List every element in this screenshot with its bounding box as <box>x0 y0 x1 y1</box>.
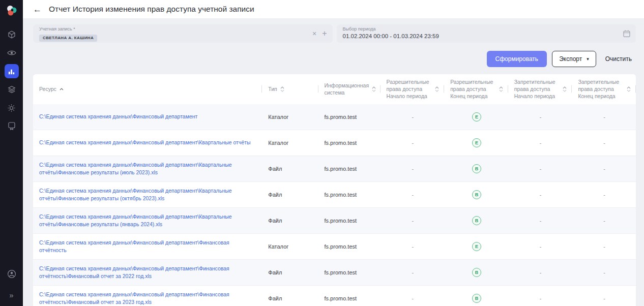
permission-cell: - <box>572 130 636 156</box>
table-header-row: РесурсТипИнформационная системаРазрешите… <box>33 74 636 104</box>
account-chip: СВЕТЛАНА А. КАШИНА <box>39 35 97 42</box>
column-header-6[interactable]: Запретительные права доступаНачало перио… <box>508 74 572 104</box>
column-header-label: Тип <box>268 85 277 93</box>
system-cell: fs.promo.test <box>318 260 380 286</box>
clear-account-icon[interactable]: × <box>312 30 316 37</box>
period-field[interactable]: Выбор периода 01.02.2024 00:00 - 01.03.2… <box>337 24 636 43</box>
export-button[interactable]: Экспорт ▾ <box>552 51 596 67</box>
permission-cell: - <box>508 260 572 286</box>
permission-cell: - <box>380 208 445 234</box>
resource-cell: C:\Единая система хранения данных\Финанс… <box>33 130 262 156</box>
column-header-3[interactable]: Информационная система <box>318 74 380 104</box>
resource-link[interactable]: C:\Единая система хранения данных\Финанс… <box>39 265 229 279</box>
table-row: C:\Единая система хранения данных\Финанс… <box>33 260 636 286</box>
export-button-label: Экспорт <box>559 55 582 63</box>
sidebar-item-layers[interactable] <box>5 82 19 97</box>
system-cell: fs.promo.test <box>318 104 380 130</box>
resource-link[interactable]: C:\Единая система хранения данных\Финанс… <box>39 139 251 145</box>
permission-badge: Е <box>472 242 481 251</box>
filters-row: Учетная запись * СВЕТЛАНА А. КАШИНА × + … <box>23 18 644 43</box>
column-header-1[interactable]: Ресурс <box>33 74 262 104</box>
account-field[interactable]: Учетная запись * СВЕТЛАНА А. КАШИНА × + <box>33 24 333 43</box>
permission-cell: - <box>572 260 636 286</box>
column-header-label: Разрешительные права доступаНачало перио… <box>387 78 432 100</box>
permission-cell: - <box>508 104 572 130</box>
permission-cell: - <box>508 182 572 208</box>
resource-link[interactable]: C:\Единая система хранения данных\Финанс… <box>39 291 229 305</box>
topbar: ← Отчет История изменения прав доступа у… <box>23 0 644 18</box>
sort-toggle-icon <box>499 86 503 92</box>
resource-cell: C:\Единая система хранения данных\Финанс… <box>33 286 262 306</box>
column-header-7[interactable]: Запретительные права доступаКонец период… <box>572 74 636 104</box>
permission-badge: В <box>472 294 481 303</box>
type-cell: Файл <box>262 286 318 306</box>
permission-badge: В <box>472 216 481 225</box>
resource-link[interactable]: C:\Единая система хранения данных\Финанс… <box>39 213 232 227</box>
gear-icon <box>7 104 16 112</box>
bar-chart-icon <box>8 68 15 75</box>
resource-link[interactable]: C:\Единая система хранения данных\Финанс… <box>39 188 232 201</box>
resource-cell: C:\Единая система хранения данных\Финанс… <box>33 234 262 260</box>
sidebar-item-assets[interactable] <box>5 27 19 42</box>
period-field-label: Выбор периода <box>343 26 630 32</box>
sidebar-item-settings[interactable] <box>5 101 19 115</box>
permission-cell: В <box>444 286 508 306</box>
column-header-label: Запретительные права доступаКонец период… <box>578 78 624 100</box>
permission-cell: Е <box>444 234 508 260</box>
app-logo[interactable] <box>5 4 18 17</box>
sidebar-item-monitoring[interactable] <box>5 46 19 60</box>
permission-badge: Е <box>472 112 481 121</box>
layers-icon <box>8 85 16 94</box>
resource-link[interactable]: C:\Единая система хранения данных\Финанс… <box>39 239 229 253</box>
resource-link[interactable]: C:\Единая система хранения данных\Финанс… <box>39 162 232 175</box>
permission-badge: В <box>472 268 481 277</box>
resource-cell: C:\Единая система хранения данных\Финанс… <box>33 260 262 286</box>
type-cell: Каталог <box>262 234 318 260</box>
table-row: C:\Единая система хранения данных\Финанс… <box>33 286 636 306</box>
permission-cell: - <box>380 182 445 208</box>
permission-cell: - <box>380 260 445 286</box>
permission-cell: - <box>380 234 445 260</box>
sort-toggle-icon <box>372 86 376 92</box>
sidebar-item-reports[interactable] <box>5 64 19 78</box>
type-cell: Файл <box>262 208 318 234</box>
type-cell: Каталог <box>262 104 318 130</box>
permission-cell: - <box>508 130 572 156</box>
resource-link[interactable]: C:\Единая система хранения данных\Финанс… <box>39 113 197 119</box>
add-account-icon[interactable]: + <box>322 29 327 38</box>
page-title: Отчет История изменения прав доступа уче… <box>49 5 254 14</box>
column-header-2[interactable]: Тип <box>262 74 318 104</box>
sort-toggle-icon <box>280 86 284 92</box>
sort-toggle-icon <box>627 86 631 92</box>
logo-icon <box>5 4 18 17</box>
report-table: РесурсТипИнформационная системаРазрешите… <box>33 74 636 306</box>
calendar-icon[interactable] <box>623 30 630 38</box>
clear-button[interactable]: Очистить <box>601 51 636 67</box>
sidebar-bottom: » <box>5 265 19 301</box>
sidebar-item-account[interactable] <box>5 267 19 281</box>
permission-cell: - <box>380 156 445 182</box>
main-content: ← Отчет История изменения прав доступа у… <box>23 0 644 306</box>
table-row: C:\Единая система хранения данных\Финанс… <box>33 156 636 182</box>
table-row: C:\Единая система хранения данных\Финанс… <box>33 234 636 260</box>
permission-cell: В <box>444 260 508 286</box>
back-button[interactable]: ← <box>33 5 42 14</box>
permission-cell: - <box>508 208 572 234</box>
column-header-4[interactable]: Разрешительные права доступаНачало перио… <box>380 74 445 104</box>
permission-cell: - <box>572 156 636 182</box>
table-row: C:\Единая система хранения данных\Финанс… <box>33 130 636 156</box>
column-header-5[interactable]: Разрешительные права доступаКонец период… <box>444 74 508 104</box>
resource-cell: C:\Единая система хранения данных\Финанс… <box>33 208 262 234</box>
generate-report-button[interactable]: Сформировать <box>487 51 547 67</box>
table-row: C:\Единая система хранения данных\Финанс… <box>33 104 636 130</box>
type-cell: Файл <box>262 182 318 208</box>
sidebar-item-policies[interactable] <box>5 119 19 133</box>
system-cell: fs.promo.test <box>318 130 380 156</box>
permission-cell: Е <box>444 104 508 130</box>
column-header-label: Разрешительные права доступаКонец период… <box>450 78 496 100</box>
permission-cell: - <box>572 286 636 306</box>
table-body: C:\Единая система хранения данных\Финанс… <box>33 104 636 306</box>
sidebar-collapse-button[interactable]: » <box>7 289 15 301</box>
table-row: C:\Единая система хранения данных\Финанс… <box>33 208 636 234</box>
system-cell: fs.promo.test <box>318 208 380 234</box>
